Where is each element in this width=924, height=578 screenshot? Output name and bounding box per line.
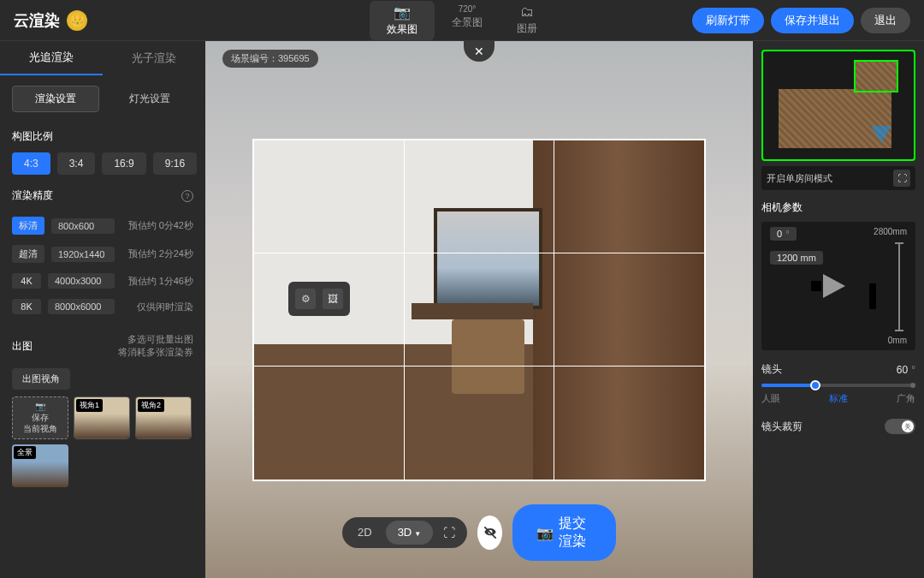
ratio-3-4[interactable]: 3:4	[57, 152, 96, 175]
tab-label: 图册	[517, 21, 537, 36]
submit-label: 提交渲染	[559, 515, 592, 551]
ratio-section: 构图比例 4:3 3:4 16:9 9:16	[0, 122, 205, 182]
ratio-9-16[interactable]: 9:16	[153, 152, 197, 175]
render-tab-photon[interactable]: 光子渲染	[103, 41, 205, 75]
exit-button[interactable]: 退出	[861, 8, 910, 33]
refresh-button[interactable]: 刷新灯带	[692, 8, 764, 33]
output-title: 出图	[12, 339, 33, 354]
sub-tabs: 渲染设置 灯光设置	[0, 75, 205, 122]
camera-visualization[interactable]: 0° 2800mm 0mm 1200 mm	[761, 222, 915, 350]
camera-angle-input[interactable]: 0°	[770, 227, 797, 241]
render-frame[interactable]: ⚙ 🖼	[252, 139, 706, 481]
slider-label-standard: 标准	[829, 392, 848, 405]
camera-height-input[interactable]: 1200 mm	[770, 251, 823, 265]
view-2d-button[interactable]: 2D	[346, 521, 384, 545]
lens-slider[interactable]	[761, 384, 915, 387]
camera-max-height: 2800mm	[874, 227, 907, 236]
save-current-label: 📷保存 当前视角	[23, 401, 57, 434]
view-toggle: 2D 3D▼ ⛶	[342, 517, 467, 548]
logo-area: 云渲染 👑	[14, 10, 87, 31]
toggle-knob: 关	[902, 420, 914, 432]
camera-section-title: 相机参数	[761, 200, 915, 215]
crown-icon[interactable]: 👑	[67, 10, 87, 31]
slider-thumb[interactable]	[810, 380, 820, 390]
panorama-card[interactable]: 全景	[12, 444, 68, 487]
slider-end-dot	[910, 383, 915, 388]
res-row-hd[interactable]: 超清 1920x1440 预估约 2分24秒	[12, 240, 193, 268]
res-badge: 4K	[12, 273, 41, 289]
res-row-4k[interactable]: 4K 4000x3000 预估约 1分46秒	[12, 268, 193, 294]
ratio-options: 4:3 3:4 16:9 9:16	[12, 152, 193, 175]
tool-image-icon[interactable]: 🖼	[323, 289, 343, 309]
ratio-16-9[interactable]: 16:9	[102, 152, 145, 175]
save-exit-button[interactable]: 保存并退出	[771, 8, 854, 33]
tool-settings-icon[interactable]: ⚙	[295, 289, 316, 309]
visibility-toggle[interactable]	[477, 515, 502, 550]
chevron-down-icon: ▼	[414, 530, 421, 538]
res-size: 800x600	[51, 218, 115, 234]
minimap[interactable]	[761, 50, 915, 161]
res-row-sd[interactable]: 标清 800x600 预估约 0分42秒	[12, 212, 193, 240]
room-chair	[452, 319, 524, 394]
header: 云渲染 👑 📷 效果图 720° 全景图 🗂 图册 刷新灯带 保存并退出 退出	[0, 0, 924, 41]
sidebar: 光追渲染 光子渲染 渲染设置 灯光设置 构图比例 4:3 3:4 16:9 9:…	[0, 41, 205, 578]
tab-label: 全景图	[452, 15, 483, 30]
grid-line	[254, 253, 704, 253]
angle-card-1[interactable]: 视角1	[74, 396, 130, 439]
viewport[interactable]: 场景编号：395695 ✕ ⚙ 🖼 2D 3D▼ ⛶	[205, 41, 753, 578]
panorama-icon: 720°	[459, 4, 477, 14]
grid-line	[254, 366, 704, 366]
submit-render-button[interactable]: 📷 提交渲染	[512, 504, 616, 561]
render-tabs: 光追渲染 光子渲染	[0, 41, 205, 75]
res-size: 1920x1440	[51, 247, 115, 262]
lens-label: 镜头	[761, 362, 782, 377]
res-badge: 8K	[12, 299, 41, 314]
camera-cone-icon	[823, 274, 845, 298]
help-icon[interactable]: ?	[181, 190, 193, 202]
res-time: 预估约 2分24秒	[121, 247, 193, 260]
angle-card-2[interactable]: 视角2	[135, 396, 192, 439]
output-note: 多选可批量出图将消耗多张渲染券	[118, 333, 193, 360]
room-window	[434, 208, 542, 310]
tab-album[interactable]: 🗂 图册	[500, 1, 554, 40]
header-actions: 刷新灯带 保存并退出 退出	[692, 8, 910, 33]
ratio-title: 构图比例	[12, 129, 193, 144]
ratio-4-3[interactable]: 4:3	[12, 152, 50, 175]
res-time: 仅供闲时渲染	[121, 301, 193, 313]
export-angle-button[interactable]: 出图视角	[12, 368, 70, 390]
panorama-label: 全景	[14, 446, 36, 459]
camera-min-height: 0mm	[888, 336, 907, 345]
scene-id-badge: 场景编号：395695	[222, 50, 318, 68]
res-time: 预估约 1分46秒	[121, 275, 193, 288]
crop-toggle[interactable]: 关	[885, 419, 915, 434]
angle-grid: 📷保存 当前视角 视角1 视角2	[12, 396, 193, 439]
res-time: 预估约 0分42秒	[121, 219, 193, 232]
lens-value[interactable]: 60°	[897, 364, 915, 376]
fullscreen-icon[interactable]: ⛶	[435, 521, 464, 545]
res-size: 4000x3000	[48, 273, 115, 289]
view-3d-button[interactable]: 3D▼	[386, 521, 434, 545]
sub-tab-lighting[interactable]: 灯光设置	[106, 86, 193, 112]
minimap-mode-label: 开启单房间模式	[767, 172, 832, 185]
expand-icon[interactable]: ⛶	[893, 170, 910, 187]
bottom-bar: 2D 3D▼ ⛶ 📷 提交渲染	[342, 504, 616, 561]
minimap-footer: 开启单房间模式 ⛶	[761, 166, 915, 190]
sub-tab-render[interactable]: 渲染设置	[12, 86, 99, 112]
slider-label-wide: 广角	[897, 392, 915, 405]
render-tab-raytrace[interactable]: 光追渲染	[0, 41, 103, 75]
tab-effect[interactable]: 📷 效果图	[370, 1, 435, 40]
tab-panorama[interactable]: 720° 全景图	[435, 1, 500, 40]
output-section: 出图 多选可批量出图将消耗多张渲染券 出图视角 📷保存 当前视角 视角1 视角2…	[0, 326, 205, 494]
resolution-title: 渲染精度	[12, 188, 53, 203]
grid-line	[554, 140, 554, 480]
tab-label: 效果图	[387, 22, 418, 37]
res-size: 8000x6000	[48, 299, 115, 314]
camera-ruler	[898, 242, 900, 331]
res-row-8k[interactable]: 8K 8000x6000 仅供闲时渲染	[12, 294, 193, 319]
person-icon	[869, 283, 876, 309]
angle-label: 视角2	[138, 399, 164, 412]
angle-save-current[interactable]: 📷保存 当前视角	[12, 396, 68, 439]
eye-off-icon	[482, 524, 499, 541]
room-desk	[412, 303, 533, 320]
app-title: 云渲染	[14, 10, 60, 31]
